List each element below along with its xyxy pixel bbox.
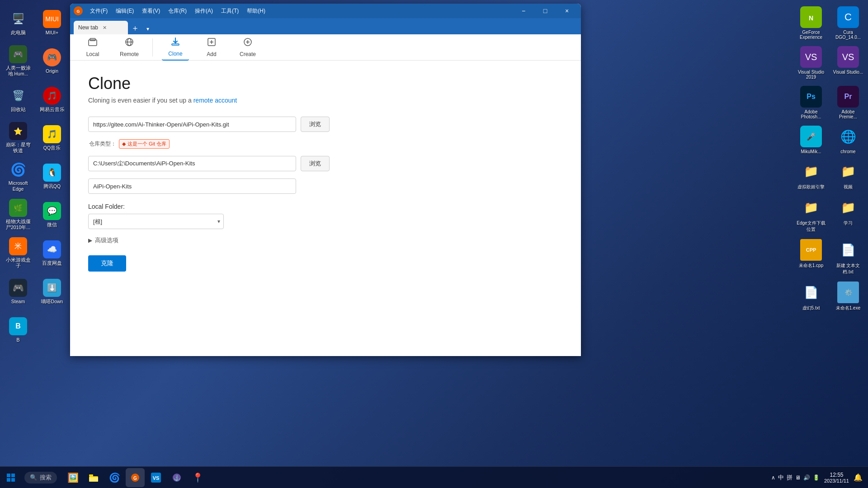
desktop-icon-qqmusic[interactable]: 🎵 QQ音乐 — [36, 120, 68, 156]
clock-time: 12:55 — [824, 472, 849, 478]
notification-button[interactable]: 🔔 — [854, 473, 863, 482]
toolbar-clone-button[interactable]: Clone — [162, 34, 189, 61]
desktop-icon-txt-file[interactable]: 📄 新建 文本文档.txt — [830, 237, 866, 277]
taskbar-vscode[interactable]: VS — [146, 468, 165, 487]
desktop-icon-edge[interactable]: 🌀 Microsoft Edge — [2, 158, 34, 194]
toolbar-remote-button[interactable]: Remote — [115, 34, 143, 60]
repo-type-label: 仓库类型： — [89, 140, 116, 148]
tab-dropdown-button[interactable]: ▾ — [142, 23, 153, 34]
minimize-button[interactable]: − — [513, 4, 534, 18]
desktop-icon-exe-file[interactable]: ⚙️ 未命名1.exe — [830, 280, 866, 313]
maximize-button[interactable]: □ — [535, 4, 556, 18]
taskbar-clock[interactable]: 12:55 2023/11/11 — [824, 472, 849, 483]
desktop-icon-geforce[interactable]: N GeForce Experience — [793, 5, 829, 42]
path-form-row: 浏览 — [88, 156, 563, 171]
tray-ime-en[interactable]: 拼 — [787, 474, 793, 482]
advanced-options-label: 高级选项 — [95, 236, 118, 244]
local-folder-select[interactable]: [根] — [88, 214, 224, 229]
desktop-icon-miku[interactable]: 🎤 MikuMik... — [793, 124, 829, 156]
tray-ime-cn[interactable]: 中 — [778, 474, 784, 482]
desktop-icon-unreal-txt[interactable]: 📄 虚幻5.txt — [793, 280, 829, 313]
desktop-icon-photoshop[interactable]: Ps Adobe Photosh... — [793, 84, 829, 121]
toolbar-local-button[interactable]: Local — [79, 34, 106, 60]
desktop-icon-computer[interactable]: 🖥️ 此电脑 — [2, 5, 34, 41]
desktop-icon-vs2019[interactable]: VS Visual Studio 2019 — [793, 44, 829, 81]
menu-repo[interactable]: 仓库(R) — [165, 5, 190, 17]
menu-action[interactable]: 操作(A) — [191, 5, 217, 17]
tray-expand[interactable]: ∧ — [771, 474, 775, 481]
desktop-icon-origin[interactable]: 🎮 Origin — [36, 43, 68, 79]
local-path-input[interactable] — [88, 156, 296, 171]
browse-url-button[interactable]: 浏览 — [301, 117, 330, 132]
browse-path-button[interactable]: 浏览 — [301, 156, 330, 171]
desktop-icon-video-folder[interactable]: 📁 视频 — [830, 159, 866, 192]
svg-text:VS: VS — [153, 475, 160, 481]
desktop-icon-cura[interactable]: C Cura DGO_14.0... — [830, 5, 866, 42]
taskbar-pin-app[interactable]: 📍 — [188, 468, 207, 487]
desktop-icon-study-folder[interactable]: 📁 学习 — [830, 195, 866, 235]
svg-text:⚓: ⚓ — [174, 474, 180, 481]
tab-close-button[interactable]: ✕ — [103, 25, 107, 31]
desktop-icons-left: 🖥️ 此电脑 🎮 人类一败涂地 Hum... 🗑️ 回收站 ⭐ 崩坏：星穹铁道 … — [0, 0, 68, 352]
clone-subtitle: Cloning is even easier if you set up a r… — [88, 97, 563, 104]
desktop-icon-premiere[interactable]: Pr Adobe Premie... — [830, 84, 866, 121]
desktop-icon-game1[interactable]: 🎮 人类一败涂地 Hum... — [2, 43, 34, 79]
desktop-icon-cpp-file[interactable]: CPP 未命名1.cpp — [793, 237, 829, 277]
desktop-icon-崩坏[interactable]: ⭐ 崩坏：星穹铁道 — [2, 120, 34, 156]
local-folder-label: Local Folder: — [88, 203, 563, 210]
taskbar-gitd[interactable]: G — [126, 468, 145, 487]
menu-edit[interactable]: 编辑(E) — [112, 5, 137, 17]
create-label: Create — [240, 51, 256, 57]
svg-rect-20 — [89, 474, 93, 476]
desktop-icon-miuiplus[interactable]: MIUI MIUI+ — [36, 5, 68, 41]
menu-help[interactable]: 帮助(H) — [243, 5, 269, 17]
desktop-icon-netease[interactable]: 🎵 网易云音乐 — [36, 81, 68, 117]
main-window: G 文件(F) 编辑(E) 查看(V) 仓库(R) 操作(A) 工具(T) 帮助… — [70, 4, 581, 356]
desktop-icon-chrome[interactable]: 🌐 chrome — [830, 124, 866, 156]
desktop-icon-bilibili[interactable]: B B — [2, 312, 34, 348]
taskbar: 🔍 搜索 🖼️ 🌀 G VS ⚓ 📍 ∧ 中 拼 🖥 🔊 🔋 12:55 — [0, 466, 868, 488]
tray-sound[interactable]: 🔊 — [803, 474, 810, 481]
repository-url-input[interactable] — [88, 117, 296, 132]
taskbar-preview-app[interactable]: 🖼️ — [63, 468, 82, 487]
taskbar-file-explorer[interactable] — [84, 468, 103, 487]
clone-button[interactable]: 克隆 — [88, 255, 126, 272]
tray-screen[interactable]: 🖥 — [795, 474, 801, 481]
close-button[interactable]: × — [557, 4, 577, 18]
desktop-icon-vs[interactable]: VS Visual Studio... — [830, 44, 866, 81]
tab-label: New tab — [78, 24, 98, 31]
desktop-icon-steam[interactable]: 🎮 Steam — [2, 273, 34, 310]
desktop-icon-vocaloid-folder[interactable]: 📁 虚拟歌姬引擎 — [793, 159, 829, 192]
svg-text:G: G — [133, 475, 137, 480]
tray-battery[interactable]: 🔋 — [813, 474, 820, 481]
desktop-icon-recycle[interactable]: 🗑️ 回收站 — [2, 81, 34, 117]
svg-text:N: N — [809, 14, 813, 22]
title-bar: G 文件(F) 编辑(E) 查看(V) 仓库(R) 操作(A) 工具(T) 帮助… — [70, 4, 581, 18]
toolbar-create-button[interactable]: Create — [234, 34, 261, 60]
search-icon: 🔍 — [30, 474, 37, 481]
menu-view[interactable]: 查看(V) — [138, 5, 164, 17]
taskbar-search[interactable]: 🔍 搜索 — [24, 472, 57, 483]
menu-tools[interactable]: 工具(T) — [217, 5, 242, 17]
remote-account-link[interactable]: remote account — [193, 97, 237, 104]
repo-type-badge: ◆ 这是一个 Git 仓库 — [119, 139, 170, 149]
desktop-icon-qq[interactable]: 🐧 腾讯QQ — [36, 158, 68, 194]
svg-rect-17 — [11, 474, 15, 477]
toolbar-add-button[interactable]: Add — [198, 34, 225, 60]
svg-rect-18 — [7, 478, 10, 482]
taskbar-edge[interactable]: 🌀 — [105, 468, 124, 487]
desktop-icon-miui[interactable]: 米 小米游戏盒子 — [2, 235, 34, 271]
toolbar: Local Remote Clone — [70, 34, 581, 61]
new-tab[interactable]: New tab ✕ — [74, 21, 128, 34]
taskbar-git-icon[interactable]: ⚓ — [167, 468, 186, 487]
repo-name-input[interactable] — [88, 178, 296, 194]
advanced-options-toggle[interactable]: ▶ 高级选项 — [88, 236, 563, 244]
desktop-icon-didatdown[interactable]: ⬇️ 嘀嗒Down — [36, 273, 68, 310]
menu-file[interactable]: 文件(F) — [86, 5, 111, 17]
desktop-icon-baidu[interactable]: ☁️ 百度网盘 — [36, 235, 68, 271]
desktop-icon-plants[interactable]: 🌿 植物大战僵尸2010年... — [2, 197, 34, 233]
desktop-icon-edge-folder[interactable]: 📁 Edge文件下载位置 — [793, 195, 829, 235]
desktop-icon-wechat[interactable]: 💬 微信 — [36, 197, 68, 233]
start-button[interactable] — [0, 467, 22, 488]
new-tab-button[interactable]: ＋ — [129, 22, 142, 34]
